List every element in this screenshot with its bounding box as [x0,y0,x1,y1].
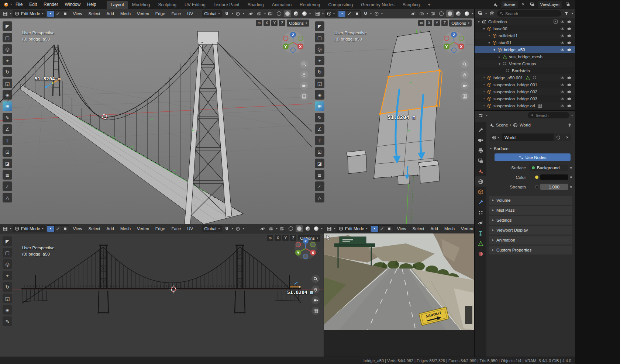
tool-add-cube[interactable]: ⊞ [315,101,324,111]
tool-annotate[interactable]: ✎ [3,316,12,326]
tool-cursor[interactable]: ◎ [3,259,12,269]
menu-uv[interactable]: UV [185,11,196,16]
panel-viewport-display[interactable]: ▸Viewport Display [489,226,572,235]
select-mode-edge-button[interactable] [55,226,62,232]
menu-select[interactable]: Select [86,226,103,231]
tool-extrude[interactable]: ⇧ [315,136,324,145]
tool-loop-cut[interactable]: ≣ [315,170,324,180]
proportional-edit-icon[interactable] [234,225,241,232]
outliner-row-bordstein[interactable]: Bordstein [475,67,575,74]
shading-rendered-button[interactable] [463,10,471,17]
ortho-grid-icon[interactable] [311,307,320,315]
tab-scripting[interactable]: Scripting [399,1,424,9]
tool-select-box[interactable]: ▢ [3,33,12,42]
tool-poly-build[interactable]: △ [3,193,12,202]
transform-orientation-dropdown[interactable]: Global▾ [202,10,222,17]
tab-shading[interactable]: Shading [244,1,268,9]
outliner-row-base00[interactable]: ▾ base00 [475,25,575,32]
hide-eye-icon[interactable] [560,34,565,38]
hide-eye-icon[interactable] [560,48,565,52]
tab-object-data-icon[interactable] [475,238,486,249]
tool-tweak[interactable]: ◤ [3,236,12,246]
tab-output-icon[interactable] [475,145,486,156]
render-visibility-icon[interactable] [567,34,572,38]
strength-slider[interactable]: 1.000 [540,184,568,190]
select-mode-edge-button[interactable] [346,11,353,17]
tool-rotate[interactable]: ↻ [3,67,12,77]
tool-move[interactable]: + [3,271,12,280]
tab-viewlayer-icon[interactable] [475,156,486,166]
select-mode-vertex-button[interactable] [338,11,345,17]
tab-compositing[interactable]: Compositing [324,1,357,9]
select-mode-face-button[interactable] [386,226,393,232]
navigation-gizmo[interactable]: Z X Y [294,237,317,260]
hide-eye-icon[interactable] [560,20,565,24]
panel-animation[interactable]: ▸Animation [489,236,572,245]
world-browse-button[interactable]: ▾ [490,134,501,141]
outliner-row-sus-bridge-mesh[interactable]: ▸ sus_bridge_mesh [475,53,575,60]
snap-magnet-icon[interactable] [223,10,230,17]
snap-target-icon[interactable]: ⊕ [256,20,262,26]
tool-transform[interactable]: ◈ [3,305,12,315]
viewport-3d-top-right[interactable]: ▾ ▾ ▾ ▾ ▾ ▾ ⊕ X Y Z Options▾ [312,9,475,224]
tool-select-box[interactable]: ▢ [315,33,324,42]
select-mode-face-button[interactable] [62,11,69,17]
tab-animation[interactable]: Animation [268,1,296,9]
render-visibility-icon[interactable] [567,83,572,87]
expand-caret-icon[interactable]: ▸ [497,55,502,59]
zoom-icon[interactable] [311,275,320,283]
xray-toggle-icon[interactable] [267,10,274,17]
tool-add-cube[interactable]: ⊞ [3,101,12,111]
tool-inset[interactable]: ⊡ [315,147,324,157]
scene-unlink-icon[interactable]: × [520,1,527,8]
proportional-edit-icon[interactable] [373,10,380,17]
hide-eye-icon[interactable] [560,90,565,94]
fake-user-shield-icon[interactable] [554,134,562,141]
mode-dropdown[interactable]: Edit Mode▾ [13,10,46,17]
gizmos-toggle-icon[interactable] [247,10,255,17]
shading-rendered-button[interactable] [301,10,308,17]
collection-checkbox[interactable]: ✓ [554,20,558,24]
tab-world-icon[interactable] [475,176,486,187]
tab-particles-icon[interactable] [475,207,486,218]
viewport-3d-bottom-left[interactable]: ▾ Edit Mode▾ View Select Add Mesh Vertex… [0,224,324,357]
menu-mesh[interactable]: Mesh [118,226,133,231]
tool-scale[interactable]: ◱ [315,79,324,88]
shading-solid-button[interactable] [296,225,303,232]
outliner-row-start01[interactable]: ▾ start01 [475,39,575,46]
pan-hand-icon[interactable] [461,71,469,79]
mirror-y-toggle[interactable]: Y [434,20,440,26]
snap-magnet-icon[interactable] [362,10,369,17]
tab-uv-editing[interactable]: UV Editing [180,1,210,9]
menu-edge[interactable]: Edge [153,226,168,231]
breadcrumb-scene[interactable]: Scene [496,123,508,127]
menu-edit[interactable]: Edit [26,2,40,7]
panel-settings[interactable]: ▸Settings [489,216,572,225]
select-mode-edge-button[interactable] [55,11,62,17]
tab-object-icon[interactable] [475,187,486,197]
expand-caret-icon[interactable]: ▾ [476,20,481,24]
tab-layout[interactable]: Layout [107,1,128,9]
render-visibility-icon[interactable] [567,76,572,80]
tool-rotate[interactable]: ↻ [315,67,324,77]
strength-socket-icon[interactable] [535,185,538,188]
mode-dropdown[interactable]: Edit Mode▾ [13,225,46,232]
mirror-y-toggle[interactable]: Y [282,235,289,241]
outliner-row-suspension-bridge-003[interactable]: • suspension_bridge.003 [475,95,575,102]
tool-cursor[interactable]: ◎ [3,44,12,54]
ortho-grid-icon[interactable] [461,92,469,100]
editor-type-icon[interactable] [314,10,321,17]
snap-magnet-icon[interactable] [223,225,230,232]
mode-dropdown[interactable]: ▾ [325,10,337,17]
select-mode-vertex-button[interactable] [47,11,54,17]
tool-cursor[interactable]: ◎ [315,44,324,54]
menu-add[interactable]: Add [104,226,117,231]
hide-eye-icon[interactable] [560,41,565,45]
pan-hand-icon[interactable] [300,71,308,79]
ortho-grid-icon[interactable] [300,92,308,100]
shading-solid-button[interactable] [446,10,454,17]
mirror-z-toggle[interactable]: Z [441,20,448,26]
tool-poly-build[interactable]: △ [315,193,324,202]
zoom-icon[interactable] [300,60,308,68]
tool-bevel[interactable]: ◪ [3,159,12,168]
